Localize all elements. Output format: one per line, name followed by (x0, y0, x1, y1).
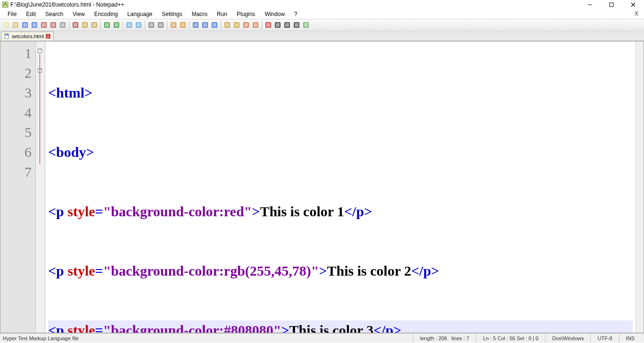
status-filetype: Hyper Text Markup Language file (3, 335, 413, 341)
menu-plugins[interactable]: Plugins (232, 10, 260, 18)
line-number: 2 (0, 63, 32, 83)
code-token: > (281, 322, 289, 333)
toolbar (0, 19, 644, 31)
status-length-text: length : 206 (420, 335, 447, 341)
svg-rect-18 (61, 23, 65, 27)
zoom-out-icon[interactable] (157, 21, 165, 29)
svg-rect-34 (149, 23, 153, 27)
svg-rect-16 (51, 23, 55, 27)
toolbar-separator (189, 21, 190, 29)
line-number: 3 (0, 83, 32, 103)
code-token: This is color 3 (289, 322, 374, 333)
cut-icon[interactable] (71, 21, 80, 29)
menu-macro[interactable]: Macro (187, 10, 212, 18)
line-number: 1 (0, 43, 32, 63)
code-token: > (319, 263, 327, 278)
code-token: This is color 1 (260, 204, 344, 219)
lang-icon[interactable] (223, 21, 231, 29)
find-icon[interactable] (125, 21, 133, 29)
close-all-icon[interactable] (49, 21, 58, 29)
replace-icon[interactable] (134, 21, 143, 29)
record-macro-icon[interactable] (264, 21, 272, 29)
stop-macro-icon[interactable] (273, 21, 282, 29)
svg-rect-8 (14, 23, 17, 27)
code-token: <p (48, 263, 67, 278)
tab-close-icon[interactable]: × (46, 34, 50, 39)
line-gutter: 1 2 3 4 5 6 7 (0, 41, 36, 333)
save-macro-icon[interactable] (302, 21, 310, 29)
menu-close-x[interactable]: X (635, 10, 638, 17)
menu-run[interactable]: Run (212, 10, 232, 18)
menu-help[interactable]: ? (289, 10, 302, 18)
svg-rect-20 (74, 23, 77, 27)
svg-rect-40 (181, 23, 185, 27)
close-window-button[interactable] (622, 0, 644, 9)
status-position: Ln : 5 Col : 56 Sel : 0 | 0 (476, 334, 545, 343)
status-mode: INS (619, 334, 641, 343)
paste-icon[interactable] (90, 21, 99, 29)
window-controls (579, 0, 644, 9)
new-file-icon[interactable] (2, 21, 10, 29)
all-chars-icon[interactable] (201, 21, 209, 29)
undo-icon[interactable] (103, 21, 111, 29)
tab-setcolors[interactable]: setcolors.html × (1, 32, 54, 41)
sync-v-icon[interactable] (169, 21, 178, 29)
svg-rect-64 (304, 23, 308, 27)
menu-settings[interactable]: Settings (157, 10, 187, 18)
svg-rect-48 (225, 23, 229, 27)
menu-edit[interactable]: Edit (21, 10, 41, 18)
redo-icon[interactable] (112, 21, 121, 29)
svg-rect-36 (159, 23, 163, 27)
copy-icon[interactable] (81, 21, 89, 29)
code-area[interactable]: <html> <body> <p style="background-color… (45, 41, 636, 333)
menu-language[interactable]: Language (123, 10, 157, 18)
svg-rect-46 (213, 23, 216, 27)
menu-window[interactable]: Window (260, 10, 289, 18)
menu-encoding[interactable]: Encoding (90, 10, 123, 18)
svg-rect-60 (285, 23, 289, 27)
maximize-button[interactable] (601, 0, 622, 9)
menu-file[interactable]: File (3, 10, 21, 18)
code-token: style (67, 204, 95, 219)
zoom-in-icon[interactable] (147, 21, 156, 29)
doc-map-icon[interactable] (232, 21, 241, 29)
code-token: = (95, 263, 103, 278)
svg-rect-24 (92, 23, 96, 27)
toolbar-separator (221, 21, 221, 29)
code-token: <p (48, 322, 67, 333)
line-number: 6 (0, 142, 32, 162)
code-token: "background-color:#808080" (103, 322, 281, 333)
status-eol: Dos\Windows (545, 334, 590, 343)
indent-guide-icon[interactable] (210, 21, 219, 29)
vertical-scrollbar[interactable] (636, 41, 644, 333)
save-all-icon[interactable] (30, 21, 39, 29)
minimize-button[interactable] (579, 0, 601, 9)
svg-rect-50 (235, 23, 239, 27)
fold-box-icon[interactable] (38, 49, 42, 53)
save-icon[interactable] (21, 21, 29, 29)
file-icon (4, 33, 10, 39)
menu-search[interactable]: Search (41, 10, 68, 18)
wordwrap-icon[interactable] (191, 21, 200, 29)
play-multiple-icon[interactable] (292, 21, 301, 29)
print-icon[interactable] (58, 21, 67, 29)
editor: 1 2 3 4 5 6 7 <html> <body> <p style="ba… (0, 41, 644, 333)
play-macro-icon[interactable] (283, 21, 291, 29)
menu-view[interactable]: View (68, 10, 90, 18)
svg-rect-62 (295, 23, 298, 27)
svg-rect-12 (33, 23, 36, 27)
svg-rect-30 (127, 23, 131, 27)
svg-rect-14 (42, 23, 46, 27)
tabbar: setcolors.html × (0, 31, 644, 41)
fold-margin (36, 41, 45, 333)
statusbar: Hyper Text Markup Language file length :… (0, 333, 644, 343)
close-icon[interactable] (40, 21, 48, 29)
function-list-icon[interactable] (242, 21, 250, 29)
line-number: 4 (0, 103, 32, 122)
line-number: 7 (0, 162, 32, 182)
folder-tree-icon[interactable] (251, 21, 260, 29)
open-file-icon[interactable] (11, 21, 20, 29)
status-encoding: UTF-8 (590, 334, 619, 343)
code-token: style (67, 322, 95, 333)
sync-h-icon[interactable] (179, 21, 187, 29)
